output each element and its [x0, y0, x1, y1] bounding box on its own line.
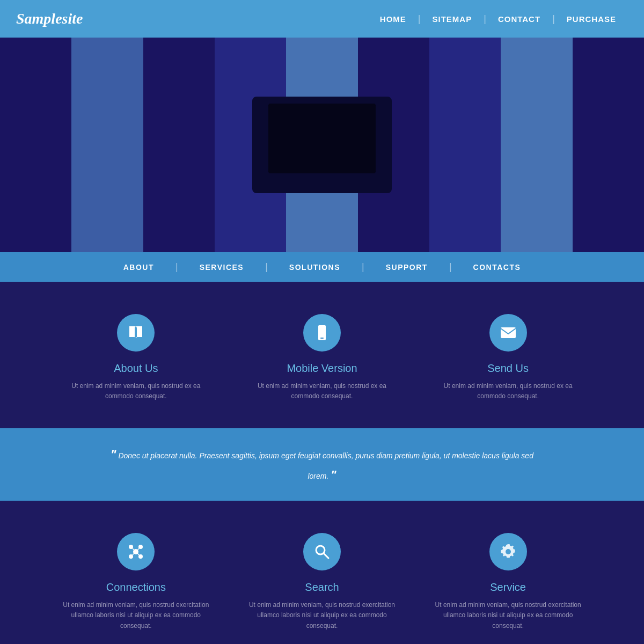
svg-rect-2: [501, 327, 516, 338]
nav-purchase[interactable]: PURCHASE: [555, 14, 628, 24]
svg-rect-1: [320, 338, 324, 339]
svg-point-7: [138, 554, 143, 559]
connections-icon: [117, 533, 155, 570]
gear-icon: [489, 533, 527, 570]
nav-sitemap[interactable]: SITEMAP: [421, 14, 484, 24]
quote-close: ": [331, 468, 336, 481]
service-gear-text: Ut enim ad minim veniam, quis nostrud ex…: [433, 600, 583, 631]
envelope-icon: [489, 314, 527, 352]
service-gear: Service Ut enim ad minim veniam, quis no…: [433, 533, 583, 631]
service-search-title: Search: [305, 581, 339, 594]
svg-line-10: [133, 553, 134, 555]
service-connections-text: Ut enim ad minim veniam, quis nostrud ex…: [61, 600, 211, 631]
svg-line-9: [137, 548, 139, 550]
svg-point-5: [138, 545, 143, 549]
quote-open: ": [111, 448, 116, 461]
feature-send-text: Ut enim ad minim veniam, quis nostrud ex…: [433, 381, 583, 401]
service-connections: Connections Ut enim ad minim veniam, qui…: [61, 533, 211, 631]
envelope-icon-svg: [500, 324, 517, 341]
svg-point-6: [129, 554, 133, 559]
service-search: Search Ut enim ad minim veniam, quis nos…: [247, 533, 397, 631]
monitor-stand: [306, 176, 338, 187]
stripe-8: [501, 38, 572, 252]
top-nav-links: HOME | SITEMAP | CONTACT | PURCHASE: [368, 13, 628, 25]
search-icon: [303, 533, 341, 570]
quote-section: " Donec ut placerat nulla. Praesent sagi…: [0, 428, 644, 501]
feature-mobile: Mobile Version Ut enim ad minim veniam, …: [247, 314, 397, 401]
svg-point-15: [506, 549, 511, 554]
feature-send: Send Us Ut enim ad minim veniam, quis no…: [433, 314, 583, 401]
nav-contact[interactable]: CONTACT: [486, 14, 552, 24]
features-section: About Us Ut enim ad minim veniam, quis n…: [0, 282, 644, 428]
svg-point-4: [129, 545, 133, 549]
stripe-2: [71, 38, 143, 252]
feature-send-title: Send Us: [487, 362, 529, 375]
services-section: Connections Ut enim ad minim veniam, qui…: [0, 501, 644, 644]
sub-navigation: ABOUT | SERVICES | SOLUTIONS | SUPPORT |…: [0, 252, 644, 282]
subnav-solutions[interactable]: SOLUTIONS: [268, 263, 362, 272]
subnav-contacts[interactable]: CONTACTS: [452, 263, 543, 272]
site-logo: Samplesite: [16, 10, 83, 27]
service-connections-title: Connections: [106, 581, 166, 594]
stripe-1: [0, 38, 71, 252]
feature-mobile-title: Mobile Version: [287, 362, 357, 375]
search-icon-svg: [313, 543, 331, 560]
feature-about: About Us Ut enim ad minim veniam, quis n…: [61, 314, 211, 401]
feature-about-text: Ut enim ad minim veniam, quis nostrud ex…: [61, 381, 211, 401]
subnav-services[interactable]: SERVICES: [178, 263, 266, 272]
gear-icon-svg: [500, 543, 517, 560]
monitor-screen: [268, 104, 376, 173]
book-icon-svg: [127, 324, 144, 341]
quote-content: Donec ut placerat nulla. Praesent sagitt…: [118, 451, 533, 480]
service-search-text: Ut enim ad minim veniam, quis nostrud ex…: [247, 600, 397, 631]
monitor-graphic: [252, 97, 392, 193]
subnav-about[interactable]: ABOUT: [102, 263, 175, 272]
hero-section: [0, 38, 644, 252]
feature-mobile-text: Ut enim ad minim veniam, quis nostrud ex…: [247, 381, 397, 401]
book-icon: [117, 314, 155, 352]
service-gear-title: Service: [490, 581, 526, 594]
mobile-icon-svg: [313, 324, 331, 341]
svg-line-8: [133, 548, 134, 550]
mobile-icon: [303, 314, 341, 352]
stripe-3: [143, 38, 215, 252]
nav-home[interactable]: HOME: [368, 14, 418, 24]
svg-line-13: [324, 553, 328, 558]
svg-line-11: [137, 553, 139, 555]
stripe-9: [573, 38, 644, 252]
feature-about-title: About Us: [114, 362, 158, 375]
stripe-7: [429, 38, 501, 252]
top-navigation: Samplesite HOME | SITEMAP | CONTACT | PU…: [0, 0, 644, 38]
quote-text: " Donec ut placerat nulla. Praesent sagi…: [107, 444, 537, 485]
subnav-support[interactable]: SUPPORT: [364, 263, 449, 272]
connections-icon-svg: [127, 543, 144, 560]
